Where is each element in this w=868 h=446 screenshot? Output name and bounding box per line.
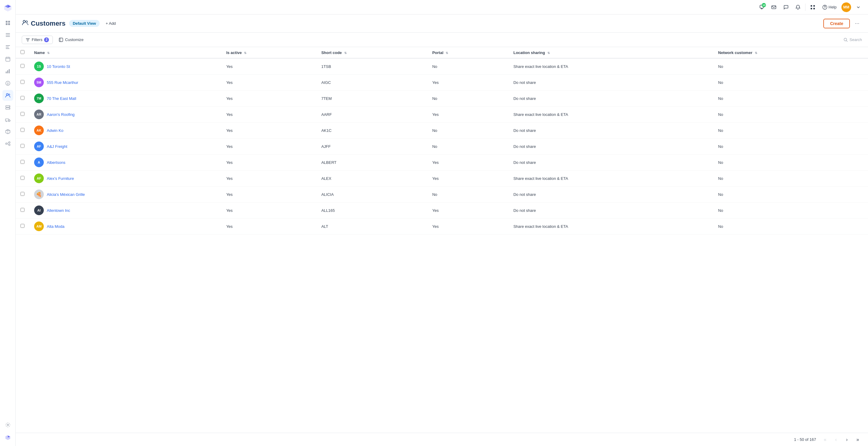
table-row: 7M 70 The East Mall Yes7TEMNoDo not shar…	[16, 91, 868, 106]
customer-name[interactable]: Alta Moda	[47, 224, 65, 229]
cell-is_active: Yes	[221, 106, 316, 123]
customer-name[interactable]: Alicia's Méxican Grille	[47, 192, 85, 197]
cell-short_code: 1TSB	[316, 58, 428, 74]
svg-rect-36	[772, 6, 776, 9]
sidebar-item-dashboard[interactable]	[2, 18, 13, 28]
row-checkbox[interactable]	[21, 160, 25, 164]
filter-button[interactable]: Filters 2	[22, 36, 53, 44]
col-location-sharing[interactable]: Location sharing ⇅	[508, 47, 713, 58]
cell-network_customer: No	[713, 202, 868, 219]
filter-count: 2	[44, 37, 49, 42]
sidebar-item-settings[interactable]	[2, 419, 13, 430]
table-row: AF Alex's Furniture YesALEXYesShare exac…	[16, 170, 868, 187]
sidebar-item-billing[interactable]	[2, 78, 13, 89]
cell-portal: No	[428, 91, 509, 106]
notifications-icon[interactable]: 10	[757, 2, 767, 12]
sidebar-item-calendar[interactable]	[2, 54, 13, 65]
svg-point-19	[8, 94, 10, 96]
row-checkbox[interactable]	[21, 208, 25, 212]
svg-point-42	[825, 8, 825, 9]
col-short-code[interactable]: Short code ⇅	[316, 47, 428, 58]
sidebar-item-packages[interactable]	[2, 126, 13, 137]
table-row: 1S 10 Toronto St Yes1TSBNoShare exact li…	[16, 58, 868, 74]
table-row: AI Allentown Inc YesALL165YesDo not shar…	[16, 202, 868, 219]
row-checkbox[interactable]	[21, 64, 25, 68]
row-checkbox[interactable]	[21, 192, 25, 196]
next-page-button[interactable]: ›	[843, 436, 851, 444]
help-button[interactable]: Help	[820, 4, 839, 11]
cell-short_code: ALL165	[316, 202, 428, 219]
user-avatar[interactable]: MM	[841, 2, 851, 12]
sidebar-item-schedule[interactable]	[2, 42, 13, 53]
cell-network_customer: No	[713, 219, 868, 234]
last-page-button[interactable]: »	[854, 436, 862, 444]
svg-rect-45	[59, 38, 63, 42]
view-badge[interactable]: Default View	[69, 20, 100, 27]
customer-cell: 1S 10 Toronto St	[34, 62, 216, 71]
customer-name[interactable]: Albertsons	[47, 160, 65, 165]
sidebar-item-dispatch[interactable]	[2, 114, 13, 125]
cell-is_active: Yes	[221, 187, 316, 202]
row-checkbox[interactable]	[21, 224, 25, 228]
cell-location_sharing: Do not share	[508, 74, 713, 91]
cell-location_sharing: Do not share	[508, 187, 713, 202]
more-options-button[interactable]: ···	[852, 19, 862, 28]
row-checkbox[interactable]	[21, 96, 25, 100]
sidebar-item-bottom-logo[interactable]	[2, 432, 13, 443]
row-checkbox[interactable]	[21, 80, 25, 84]
cell-portal: No	[428, 58, 509, 74]
table-row: AF A&J Freight YesAJFFNoDo not shareNo	[16, 138, 868, 155]
customer-name[interactable]: A&J Freight	[47, 144, 67, 149]
app-logo[interactable]	[2, 2, 13, 13]
sidebar-item-analytics[interactable]	[2, 66, 13, 77]
page-header: Customers Default View + Add Create ···	[16, 14, 868, 33]
customer-name[interactable]: 70 The East Mall	[47, 96, 76, 101]
cell-short_code: AIGC	[316, 74, 428, 91]
sidebar-item-orders[interactable]	[2, 30, 13, 40]
add-button[interactable]: + Add	[103, 20, 118, 27]
sidebar-item-storage[interactable]	[2, 102, 13, 113]
header-actions: Create ···	[823, 19, 862, 28]
cell-is_active: Yes	[221, 219, 316, 234]
svg-rect-0	[6, 21, 7, 23]
cell-portal: Yes	[428, 155, 509, 170]
customer-name[interactable]: Aaron's Roofing	[47, 112, 74, 117]
customer-name[interactable]: Adwin Ko	[47, 128, 63, 133]
first-page-button[interactable]: «	[821, 436, 829, 444]
customer-cell: AF Alex's Furniture	[34, 173, 216, 183]
cell-short_code: ALT	[316, 219, 428, 234]
col-portal[interactable]: Portal ⇅	[428, 47, 509, 58]
sidebar-item-customers[interactable]	[2, 90, 13, 101]
chat-icon[interactable]	[781, 2, 791, 12]
svg-line-32	[7, 143, 8, 144]
cell-location_sharing: Share exact live location & ETA	[508, 170, 713, 187]
col-network-customer[interactable]: Network customer ⇅	[713, 47, 868, 58]
cell-location_sharing: Share exact live location & ETA	[508, 106, 713, 123]
svg-rect-8	[6, 47, 9, 47]
mail-icon[interactable]	[769, 2, 779, 12]
cell-network_customer: No	[713, 187, 868, 202]
row-checkbox[interactable]	[21, 176, 25, 180]
prev-page-button[interactable]: ‹	[832, 436, 840, 444]
row-checkbox[interactable]	[21, 112, 25, 116]
bell-icon[interactable]	[793, 2, 803, 12]
customize-button[interactable]: Customize	[55, 36, 87, 43]
select-all-checkbox[interactable]	[21, 50, 25, 54]
sidebar-item-integrations[interactable]	[2, 138, 13, 149]
sidebar	[0, 0, 16, 446]
row-checkbox[interactable]	[21, 128, 25, 132]
row-checkbox[interactable]	[21, 144, 25, 148]
customer-name[interactable]: 10 Toronto St	[47, 64, 70, 69]
col-is-active[interactable]: Is active ⇅	[221, 47, 316, 58]
create-button[interactable]: Create	[823, 19, 850, 28]
svg-rect-2	[6, 23, 7, 25]
customer-name[interactable]: 555 Rue Mcarthur	[47, 80, 78, 85]
col-name[interactable]: Name ⇅	[29, 47, 221, 58]
svg-line-48	[846, 40, 847, 42]
search-box[interactable]: Search	[843, 37, 862, 42]
apps-icon[interactable]	[808, 2, 817, 12]
customer-name[interactable]: Alex's Furniture	[47, 176, 74, 181]
customer-name[interactable]: Allentown Inc	[47, 208, 70, 213]
user-dropdown-icon[interactable]	[854, 2, 863, 12]
topbar-icons: 10 Help MM	[757, 2, 863, 12]
